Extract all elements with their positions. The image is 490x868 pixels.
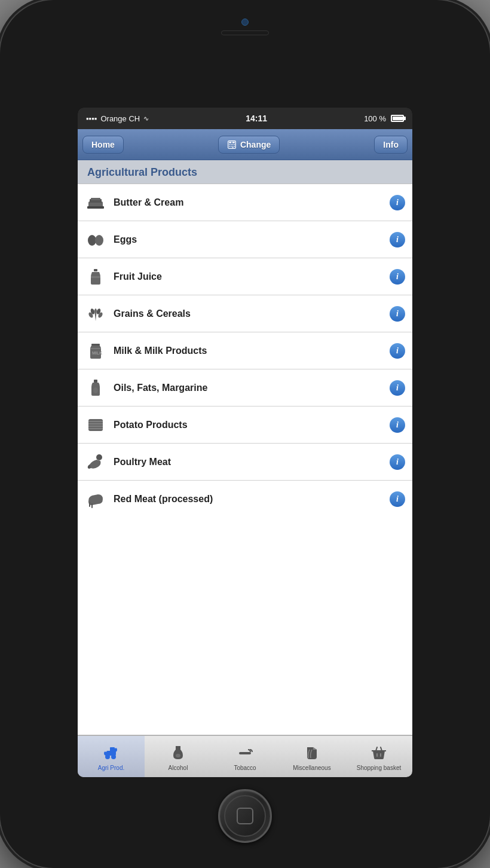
potato-info-btn[interactable]: i (390, 417, 405, 433)
tab-shopping-basket-label: Shopping basket (357, 765, 402, 771)
list-item[interactable]: Butter & Cream i (78, 184, 412, 221)
svg-rect-7 (229, 146, 230, 147)
tab-agri-prod-label: Agri Prod. (98, 765, 124, 771)
home-button[interactable]: Home (82, 136, 124, 154)
svg-rect-41 (380, 753, 381, 757)
fruit-juice-info-btn[interactable]: i (390, 269, 405, 285)
nav-bar: Home Change Info (78, 129, 412, 160)
tab-miscellaneous-label: Miscellaneous (293, 765, 330, 771)
info-button[interactable]: Info (374, 136, 408, 154)
tab-shopping-basket[interactable]: Shopping basket (345, 736, 412, 777)
status-battery: 100 % (364, 114, 404, 123)
butter-cream-label: Butter & Cream (114, 197, 390, 208)
list-item[interactable]: Grains & Cereals i (78, 295, 412, 332)
svg-text:MILK: MILK (92, 351, 102, 355)
list-item[interactable]: Poultry Meat i (78, 444, 412, 481)
butter-cream-info-btn[interactable]: i (390, 195, 405, 210)
list-item[interactable]: MILK Milk & Milk Products i (78, 332, 412, 369)
milk-svg: MILK (86, 341, 105, 360)
carrier-name: Orange CH (100, 114, 140, 123)
list-item[interactable]: Red Meat (processed) i (78, 481, 412, 518)
svg-point-16 (95, 235, 103, 246)
poultry-info-btn[interactable]: i (390, 454, 405, 470)
milk-info-btn[interactable]: i (390, 343, 405, 359)
poultry-icon (85, 451, 106, 473)
oils-label: Oils, Fats, Margarine (114, 383, 390, 393)
battery-percent: 100 % (364, 114, 386, 123)
wifi-icon: ∿ (143, 115, 149, 123)
section-header: Agricultural Products (78, 160, 412, 184)
milk-label: Milk & Milk Products (114, 346, 390, 356)
list-item[interactable]: Fruit Juice i (78, 258, 412, 295)
svg-rect-2 (232, 142, 235, 143)
tobacco-icon (235, 744, 255, 763)
phone-device: ▪▪▪▪ Orange CH ∿ 14:11 100 % Home (0, 0, 490, 868)
svg-rect-18 (91, 276, 100, 278)
grains-cereals-icon (85, 303, 106, 325)
home-square-icon (237, 808, 253, 824)
butter-cream-icon (85, 192, 106, 213)
list-item[interactable]: Potato Products i (78, 407, 412, 444)
svg-rect-1 (229, 142, 231, 143)
svg-point-15 (88, 235, 96, 246)
tab-alcohol[interactable]: Alcohol (145, 736, 212, 777)
status-carrier: ▪▪▪▪ Orange CH ∿ (86, 114, 149, 123)
svg-rect-10 (234, 146, 235, 147)
eggs-svg (86, 230, 105, 249)
tab-tobacco[interactable]: Tobacco (212, 736, 278, 777)
eggs-info-btn[interactable]: i (390, 232, 405, 247)
signal-bars: ▪▪▪▪ (86, 114, 97, 123)
red-meat-icon (85, 488, 106, 510)
grains-cereals-label: Grains & Cereals (114, 308, 390, 319)
potato-label: Potato Products (114, 420, 390, 430)
red-meat-info-btn[interactable]: i (390, 491, 405, 507)
svg-rect-3 (229, 144, 230, 145)
tab-miscellaneous[interactable]: Miscellaneous (278, 736, 345, 777)
grains-info-btn[interactable]: i (390, 306, 405, 322)
eggs-label: Eggs (114, 234, 390, 245)
svg-rect-6 (234, 144, 235, 145)
tab-bar: Agri Prod. Alcohol (78, 735, 412, 777)
battery-icon (391, 115, 404, 122)
oils-info-btn[interactable]: i (390, 380, 405, 396)
potato-svg (86, 415, 105, 435)
red-meat-label: Red Meat (processed) (114, 494, 390, 505)
miscellaneous-icon (302, 744, 321, 763)
svg-rect-23 (91, 344, 100, 346)
potato-icon (85, 414, 106, 436)
poultry-label: Poultry Meat (114, 457, 390, 467)
status-bar: ▪▪▪▪ Orange CH ∿ 14:11 100 % (78, 108, 412, 129)
list-item[interactable]: Eggs i (78, 221, 412, 258)
svg-rect-39 (239, 752, 251, 754)
svg-rect-17 (94, 269, 97, 271)
svg-rect-4 (231, 144, 232, 145)
svg-rect-9 (232, 146, 234, 148)
svg-rect-13 (91, 198, 100, 200)
tab-agri-prod[interactable]: Agri Prod. (78, 736, 145, 777)
svg-rect-28 (88, 419, 103, 431)
shopping-basket-icon (369, 744, 388, 763)
agri-prod-icon (102, 744, 121, 763)
camera (241, 19, 249, 26)
fruit-juice-icon (85, 266, 106, 288)
status-time: 14:11 (246, 114, 267, 123)
change-label: Change (240, 140, 271, 149)
meat-svg (86, 490, 105, 509)
svg-point-38 (176, 754, 180, 757)
bottle-svg (86, 267, 105, 286)
calculator-icon (227, 140, 237, 149)
poultry-svg (86, 453, 105, 472)
svg-point-33 (96, 454, 102, 460)
speaker (221, 30, 269, 35)
phone-top (78, 0, 412, 54)
change-button[interactable]: Change (218, 136, 280, 154)
phone-screen: ▪▪▪▪ Orange CH ∿ 14:11 100 % Home (78, 108, 412, 777)
home-button-physical[interactable] (218, 789, 272, 843)
alcohol-icon (169, 744, 188, 763)
product-list: Butter & Cream i Eggs i (78, 184, 412, 735)
svg-rect-37 (110, 747, 115, 752)
svg-rect-5 (232, 144, 234, 145)
fruit-juice-label: Fruit Juice (114, 271, 390, 282)
svg-rect-40 (376, 753, 378, 757)
list-item[interactable]: Oils, Fats, Margarine i (78, 369, 412, 407)
